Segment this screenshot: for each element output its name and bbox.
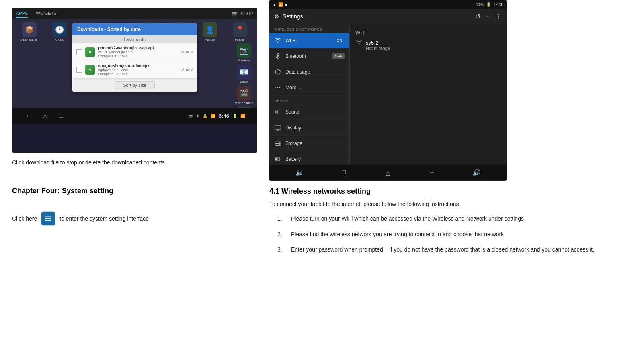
android-tabs: APPS WIDGETS [16,9,57,18]
signal-icon: 📶 [240,114,245,118]
tab-apps[interactable]: APPS [16,9,28,18]
item-checkbox[interactable] [76,49,82,55]
settings-status-bar: ▲ 📶 ■ 40% 🔋 12:08 [269,0,507,9]
settings-bottom-bar: 🔉 □ △ ← 🔊 [269,165,507,180]
home-button[interactable]: △ [40,111,50,121]
wifi-network-icon [355,40,363,47]
svg-rect-6 [47,220,48,221]
more-icon: ⋯ [274,84,281,91]
sort-by-size-button[interactable]: Sort by size [115,81,154,89]
sidebar-item-bluetooth[interactable]: Bluetooth OFF [269,49,349,64]
sidebar-item-more[interactable]: ⋯ More… [269,80,349,96]
sound-label: Sound [285,109,299,115]
wifi-toggle[interactable]: ON [334,38,345,43]
android-screenshot: APPS WIDGETS 📷 SHOP 📦 ApkInstaller 🕐 Clo… [12,8,257,153]
list-item[interactable]: 👤 People [196,22,224,42]
click-here-suffix: to enter the system setting interface [59,215,149,222]
refresh-icon[interactable]: ↺ [475,13,480,20]
download-item[interactable]: A sougoushoujishurufaa.apk cgdown.baidu.… [72,61,197,79]
home-nav-button[interactable]: △ [380,169,396,176]
sidebar-item-wifi[interactable]: Wi-Fi ON [269,33,349,49]
wifi-network-name: sy5-2 [366,40,390,46]
item-text: sougoushoujishurufaa.apk cgdown.baidu.co… [98,63,178,76]
settings-gear-icon: ⚙ [274,13,279,20]
shop-label[interactable]: SHOP [241,11,253,16]
list-item: 2. Please find the wireless network you … [277,230,632,239]
overflow-menu-icon[interactable]: ⋮ [495,13,502,20]
intro-text: To connect your tablet to the internet, … [269,200,632,209]
list-item[interactable]: 🎬 Movie Studio [235,86,253,105]
download-item[interactable]: A phoenix2-wandoujia_wap.apk cc1.dl.wand… [72,43,197,61]
list-number: 3. [277,245,285,254]
settings-body: WIRELESS & NETWORKS Wi-Fi ON [269,24,507,165]
storage-icon [274,140,281,147]
android-bottom-bar: ← △ □ 📷 ⬇ 🔒 📶 6:46 🔋 📶 [12,108,257,124]
sort-button-row: Sort by size [72,79,197,92]
back-button[interactable]: ← [24,111,34,121]
apk-icon: A [85,65,95,75]
svg-rect-4 [47,216,47,218]
list-number: 1. [277,214,285,223]
dialog-section-header: Last month [72,35,197,43]
svg-rect-16 [275,158,277,160]
list-item[interactable]: 🕐 Clock [45,22,74,42]
nav-buttons: ← △ □ [24,111,66,121]
wireless-networks-section-label: WIRELESS & NETWORKS [269,24,349,33]
sidebar-item-display[interactable]: Display [269,120,349,136]
dialog-title: Downloads - Sorted by date [72,23,197,35]
list-text: Enter your password when prompted – if y… [291,245,632,254]
wifi-network-status: Not in range [366,46,390,51]
settings-icon-img[interactable] [41,211,55,226]
right-column: ▲ 📶 ■ 40% 🔋 12:08 ⚙ Settings ↺ + ⋮ [261,0,640,364]
list-item[interactable]: 📍 Places [226,22,254,42]
settings-title-right: ↺ + ⋮ [475,13,502,20]
wifi-status-icon: 📶 [278,2,283,7]
camera-icon: 📷 [232,11,238,16]
sidebar-item-data-usage[interactable]: Data usage [269,64,349,80]
chapter-heading: Chapter Four: System setting [12,187,249,195]
list-text: Please find the wireless network you are… [291,230,632,239]
settings-title-bar: ⚙ Settings ↺ + ⋮ [269,9,507,24]
sidebar-item-battery[interactable]: Battery [269,151,349,165]
list-text: Please turn on your WiFi which can be ac… [291,214,632,223]
status-bar-left: ▲ 📶 ■ [273,2,287,7]
battery-icon-top: 🔋 [486,2,491,7]
display-icon [274,124,281,131]
volume-down-button[interactable]: 🔉 [291,169,308,176]
list-item[interactable]: ▶️ Play Store [235,107,253,108]
back-nav-button[interactable]: ← [424,169,440,176]
status-icons: 📷 ⬇ 🔒 📶 6:46 🔋 📶 [188,113,245,119]
wifi-network-item[interactable]: sy5-2 Not in range [355,40,501,51]
item-checkbox[interactable] [76,67,82,73]
sidebar-item-storage[interactable]: Storage [269,136,349,151]
wifi-section-title: Wi-Fi [355,30,501,36]
tab-widgets[interactable]: WIDGETS [36,9,56,18]
battery-icon: 🔋 [232,114,237,118]
data-usage-icon [274,68,281,76]
add-icon[interactable]: + [486,13,490,20]
instructions-list: 1. Please turn on your WiFi which can be… [269,214,632,254]
svg-point-13 [279,142,280,142]
settings-screenshot: ▲ 📶 ■ 40% 🔋 12:08 ⚙ Settings ↺ + ⋮ [269,0,507,181]
recents-nav-button[interactable]: □ [336,169,352,176]
list-item: 1. Please turn on your WiFi which can be… [277,214,632,223]
list-item[interactable]: 📷 Camera [235,43,253,63]
wifi-icon [274,37,281,44]
list-item[interactable]: 📧 Email [235,65,253,84]
bluetooth-toggle[interactable]: OFF [332,53,345,59]
bluetooth-label: Bluetooth [285,53,306,59]
battery-label: Battery [285,156,301,162]
download-dialog: Downloads - Sorted by date Last month A … [72,23,197,92]
time-display: 6:46 [219,113,229,119]
clock-display: 12:08 [493,2,503,7]
recents-button[interactable]: □ [56,111,66,121]
volume-up-button[interactable]: 🔊 [468,169,484,176]
list-item[interactable]: 📦 ApkInstaller [15,22,44,42]
battery-icon [274,155,281,163]
storage-label: Storage [285,141,302,146]
lock-icon: 🔒 [203,114,207,118]
battery-status: ■ [285,2,287,7]
right-text-content: 4.1 Wireless networks setting To connect… [269,181,632,254]
settings-right-panel: Wi-Fi sy5-2 Not in range [350,24,507,165]
sidebar-item-sound[interactable]: Sound [269,104,349,120]
